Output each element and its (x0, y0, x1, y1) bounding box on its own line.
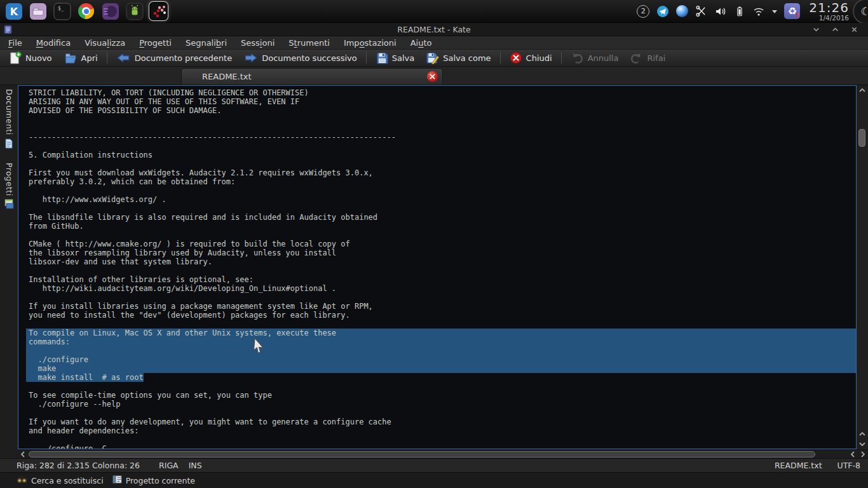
editor-line[interactable] (26, 115, 856, 124)
editor-line[interactable]: First you must download wxWidgets. Audac… (26, 168, 856, 177)
editor-line[interactable]: from GitHub. (26, 222, 856, 231)
editor-line[interactable]: ADVISED OF THE POSSIBILITY OF SUCH DAMAG… (26, 106, 856, 115)
tab-readme[interactable]: README.txt (181, 68, 443, 85)
network-globe-icon[interactable] (676, 5, 688, 17)
terminal-icon[interactable]: $_ (53, 2, 71, 20)
scroll-left-icon[interactable] (18, 450, 28, 459)
insert-mode[interactable]: INS (189, 461, 202, 470)
editor-line[interactable]: If you install libraries using a package… (26, 302, 856, 311)
clock[interactable]: 21:26 1/4/2016 (809, 1, 849, 22)
editor-line[interactable]: preferably 3.0.2, which can be obtained … (26, 177, 856, 186)
editor-line[interactable] (26, 204, 856, 213)
editor-line[interactable]: To see compile-time options you can set,… (26, 391, 856, 400)
editor-line[interactable] (26, 266, 856, 275)
vertical-scrollbar[interactable] (857, 85, 868, 449)
vscroll-track[interactable] (857, 95, 868, 429)
sidebar-tab-documenti[interactable]: Documenti (4, 86, 14, 154)
wifi-icon[interactable] (752, 6, 765, 17)
tab-close-icon[interactable] (427, 71, 438, 82)
editor-line[interactable]: To compile on Linux, Mac OS X and other … (26, 329, 856, 337)
chrome-icon[interactable] (77, 2, 95, 20)
editor-line[interactable] (26, 320, 856, 329)
menu-modifica[interactable]: Modifica (29, 38, 78, 48)
editor-line[interactable]: and header dependencies: (26, 426, 856, 435)
editor-line[interactable]: make install # as root (26, 373, 856, 382)
statusbar-encoding[interactable]: UTF-8 (837, 461, 860, 470)
scroll-up2-icon[interactable] (859, 429, 865, 439)
selection-mode[interactable]: RIGA (159, 461, 179, 470)
documento-precedente-button[interactable]: Documento precedente (111, 50, 238, 65)
trash-recycle-icon[interactable]: ♻! (784, 3, 800, 19)
battery-icon[interactable] (734, 5, 745, 18)
horizontal-scrollbar[interactable] (18, 449, 868, 458)
editor-line[interactable]: make (26, 364, 856, 373)
editor-line[interactable] (26, 231, 856, 240)
chiudi-button[interactable]: Chiudi (504, 50, 558, 65)
editor-line[interactable]: If you want to do any development, you m… (26, 417, 856, 426)
scroll-left2-icon[interactable] (848, 450, 858, 459)
kdevelop-icon[interactable] (149, 2, 168, 20)
editor-line[interactable]: 5. Compilation instructions (26, 151, 856, 159)
hscroll-track[interactable] (28, 451, 848, 458)
volume-icon[interactable] (714, 5, 727, 18)
menu-file[interactable]: File (1, 38, 29, 48)
editor-line[interactable] (26, 186, 856, 195)
android-icon[interactable] (125, 2, 144, 20)
scroll-right-icon[interactable] (858, 450, 868, 459)
menu-progetti[interactable]: Progetti (132, 38, 179, 48)
editor-line[interactable] (26, 346, 856, 355)
editor-line[interactable]: ARISING IN ANY WAY OUT OF THE USE OF THI… (26, 97, 856, 106)
vscroll-thumb[interactable] (858, 129, 865, 147)
documento-successivo-button[interactable]: Documento successivo (238, 50, 363, 65)
menu-aiuto[interactable]: Aiuto (403, 38, 439, 48)
current-project-toolview[interactable]: Progetto corrente (112, 475, 195, 486)
scroll-up-icon[interactable] (857, 85, 868, 95)
menu-sessioni[interactable]: Sessioni (234, 38, 281, 48)
apri-button[interactable]: Apri (58, 50, 104, 66)
editor-line[interactable]: http://wiki.audacityteam.org/wiki/Develo… (26, 284, 856, 293)
salva-button[interactable]: Salva (370, 50, 421, 65)
maximize-button[interactable] (830, 24, 840, 34)
file-manager-icon[interactable] (29, 2, 47, 20)
editor-line[interactable] (26, 142, 856, 151)
tray-expander-icon[interactable] (772, 7, 777, 16)
editor-line[interactable]: ./configure -C (26, 444, 856, 449)
scroll-down-icon[interactable] (859, 439, 865, 449)
menu-visualizza[interactable]: Visualizza (78, 38, 132, 48)
pager-icon[interactable]: 2 (637, 5, 649, 18)
editor-line[interactable] (26, 124, 856, 133)
minimize-button[interactable] (811, 24, 821, 34)
editor-line[interactable] (26, 159, 856, 168)
search-replace-toolview[interactable]: Cerca e sostituisci (17, 475, 104, 485)
editor-line[interactable] (26, 382, 856, 391)
hscroll-thumb[interactable] (29, 451, 815, 458)
menu-segnalibri[interactable]: Segnalibri (179, 38, 234, 48)
editor-view[interactable]: STRICT LIABILITY, OR TORT (INCLUDING NEG… (18, 85, 857, 449)
editor-line[interactable]: The libsndfile library is also required … (26, 213, 856, 222)
telegram-icon[interactable] (656, 5, 669, 18)
editor-line[interactable]: the libsoxr resampling library used by A… (26, 248, 856, 257)
editor-line[interactable]: commands: (26, 337, 856, 346)
sidebar-tab-progetti[interactable]: Progetti (4, 160, 14, 215)
editor-line[interactable]: ./configure (26, 355, 856, 364)
salva-come-button[interactable]: Salva come (420, 50, 496, 65)
editor-line[interactable]: http://www.wxWidgets.org/ . (26, 195, 856, 204)
close-window-button[interactable] (849, 24, 859, 34)
menu-strumenti[interactable]: Strumenti (281, 38, 337, 48)
nuovo-button[interactable]: Nuovo (3, 50, 58, 66)
editor-line[interactable]: you need to install the "dev" (developme… (26, 311, 856, 320)
editor-line[interactable] (26, 409, 856, 417)
editor-line[interactable]: CMake ( http://www.cmake.org/ ) is requi… (26, 240, 856, 248)
editor-line[interactable]: ----------------------------------------… (26, 133, 856, 142)
editor-line[interactable]: ./configure --help (26, 400, 856, 409)
editor-line[interactable]: libsoxr-dev and use that system library. (26, 257, 856, 266)
klipper-scissors-icon[interactable] (695, 5, 707, 17)
menu-impostazioni[interactable]: Impostazioni (337, 38, 403, 48)
night-mode-icon[interactable]: ☾ (853, 0, 868, 24)
eclipse-icon[interactable] (101, 2, 119, 20)
editor-line[interactable] (26, 435, 856, 444)
editor-line[interactable]: Installation of other libraries is optio… (26, 275, 856, 284)
kde-launcher-icon[interactable]: K (4, 2, 23, 20)
editor-line[interactable] (26, 293, 856, 302)
editor-line[interactable]: STRICT LIABILITY, OR TORT (INCLUDING NEG… (26, 88, 856, 97)
